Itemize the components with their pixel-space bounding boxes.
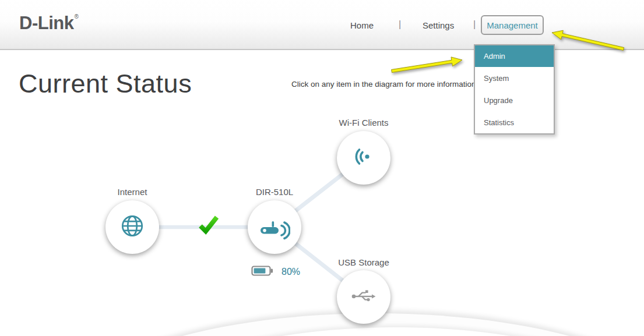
dlink-logo: D-Link®	[19, 13, 78, 34]
nav-separator: |	[399, 19, 401, 30]
registered-mark: ®	[74, 13, 78, 20]
diagram-hint: Click on any item in the diagram for mor…	[291, 80, 478, 89]
menu-item-system[interactable]: System	[475, 67, 554, 89]
page-title: Current Status	[19, 69, 192, 99]
internet-label: Internet	[118, 187, 147, 197]
nav-management[interactable]: Management	[481, 15, 544, 35]
arrow-to-admin	[392, 57, 462, 73]
usb-storage-node[interactable]	[337, 270, 390, 324]
wifi-clients-label: Wi-Fi Clients	[339, 118, 389, 128]
router-label: DIR-510L	[256, 187, 293, 197]
header: D-Link® Home | Settings | Management	[0, 0, 644, 50]
globe-icon	[119, 213, 146, 242]
usb-storage-label: USB Storage	[338, 257, 389, 267]
nav-settings[interactable]: Settings	[423, 20, 454, 30]
menu-item-upgrade[interactable]: Upgrade	[475, 89, 554, 111]
nav-home[interactable]: Home	[350, 20, 374, 30]
management-menu: Admin System Upgrade Statistics	[474, 44, 555, 135]
router-node[interactable]	[248, 200, 301, 254]
nav-separator: |	[473, 19, 476, 30]
logo-text: D-Link	[19, 13, 73, 33]
check-icon	[196, 212, 221, 240]
usb-icon	[350, 287, 378, 307]
router-icon	[259, 212, 290, 242]
battery-status[interactable]: 80%	[251, 265, 300, 279]
menu-item-statistics[interactable]: Statistics	[475, 111, 554, 133]
battery-icon	[251, 265, 274, 279]
wifi-clients-node[interactable]	[337, 131, 390, 185]
screen: D-Link® Home | Settings | Management Adm…	[0, 0, 644, 336]
internet-node[interactable]	[105, 200, 159, 254]
battery-percent: 80%	[281, 267, 300, 277]
menu-item-admin[interactable]: Admin	[475, 45, 554, 67]
wifi-icon	[351, 144, 376, 171]
